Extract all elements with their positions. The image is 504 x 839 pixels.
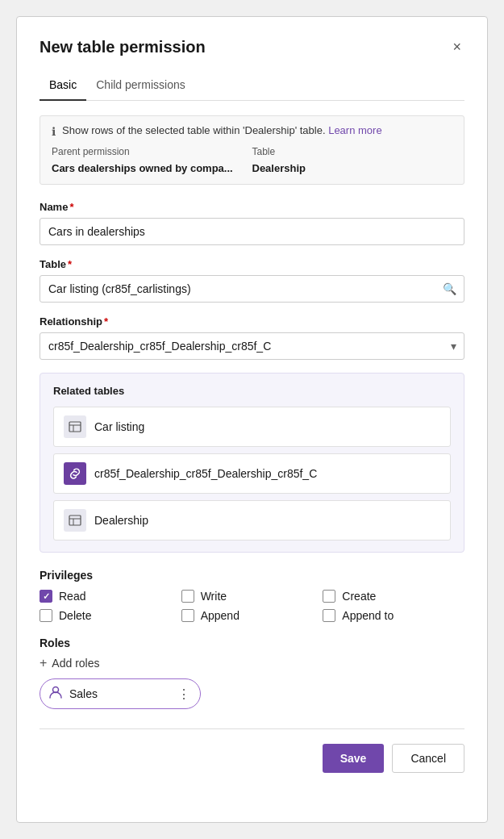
related-tables-box: Related tables Car listing cr85f_Dealers… — [40, 373, 464, 553]
table-field-group: Table* 🔍 — [40, 258, 464, 303]
table-icon-car-listing — [64, 415, 86, 438]
privileges-grid: Read Write Create Delete Append Append t… — [40, 590, 464, 622]
roles-title: Roles — [40, 637, 464, 649]
cancel-button[interactable]: Cancel — [392, 744, 464, 773]
svg-rect-0 — [69, 422, 81, 432]
tab-basic[interactable]: Basic — [40, 72, 86, 101]
checkbox-delete[interactable] — [40, 609, 52, 622]
related-item-label-relationship: cr85f_Dealership_cr85f_Dealership_cr85f_… — [94, 467, 317, 480]
privilege-label-delete: Delete — [59, 609, 91, 622]
related-item-label-dealership: Dealership — [94, 514, 148, 527]
privileges-section: Privileges Read Write Create Delete Appe… — [40, 569, 464, 622]
modal-header: New table permission × — [40, 36, 464, 57]
privilege-delete: Delete — [40, 609, 181, 622]
modal-title: New table permission — [40, 38, 206, 56]
related-item-car-listing: Car listing — [53, 407, 451, 447]
privilege-write: Write — [181, 590, 323, 603]
name-field-group: Name* — [40, 201, 464, 245]
checkbox-create[interactable] — [323, 590, 335, 603]
related-tables-title: Related tables — [53, 385, 451, 397]
roles-section: Roles + Add roles Sales ⋮ — [40, 637, 464, 709]
info-text: Show rows of the selected table within '… — [62, 124, 382, 136]
table-input-wrapper: 🔍 — [40, 275, 464, 303]
parent-permission-header: Parent permission — [52, 144, 252, 159]
name-input[interactable] — [40, 218, 464, 245]
privilege-append: Append — [181, 609, 323, 622]
table-value: Dealership — [252, 162, 453, 174]
relationship-select[interactable]: cr85f_Dealership_cr85f_Dealership_cr85f_… — [40, 332, 464, 360]
learn-more-link[interactable]: Learn more — [328, 124, 381, 136]
checkbox-append[interactable] — [181, 609, 194, 622]
privilege-read: Read — [40, 590, 181, 603]
role-tag-label: Sales — [69, 687, 98, 700]
privilege-label-append-to: Append to — [342, 609, 394, 622]
privilege-label-read: Read — [59, 590, 85, 603]
privilege-label-write: Write — [201, 590, 227, 603]
tab-child-permissions[interactable]: Child permissions — [86, 72, 194, 101]
checkbox-read[interactable] — [40, 590, 52, 603]
footer-buttons: Save Cancel — [40, 744, 464, 773]
link-icon-relationship — [64, 462, 86, 485]
privileges-title: Privileges — [40, 569, 464, 582]
privilege-create: Create — [323, 590, 464, 603]
role-tag-sales: Sales ⋮ — [40, 678, 201, 709]
save-button[interactable]: Save — [323, 744, 385, 773]
plus-icon: + — [40, 656, 47, 670]
modal-container: New table permission × Basic Child permi… — [16, 16, 488, 823]
name-label: Name* — [40, 201, 464, 213]
relationship-field-group: Relationship* cr85f_Dealership_cr85f_Dea… — [40, 315, 464, 360]
related-item-label-car-listing: Car listing — [94, 420, 144, 433]
info-box: ℹ Show rows of the selected table within… — [40, 115, 464, 185]
related-item-relationship: cr85f_Dealership_cr85f_Dealership_cr85f_… — [53, 453, 451, 494]
svg-rect-3 — [69, 516, 81, 525]
close-button[interactable]: × — [449, 36, 464, 57]
privilege-label-append: Append — [201, 609, 240, 622]
relationship-select-wrapper: cr85f_Dealership_cr85f_Dealership_cr85f_… — [40, 332, 464, 360]
checkbox-write[interactable] — [181, 590, 194, 603]
info-icon: ℹ — [52, 125, 56, 138]
table-label: Table* — [40, 258, 464, 270]
privilege-append-to: Append to — [323, 609, 464, 622]
privilege-label-create: Create — [342, 590, 376, 603]
add-roles-label: Add roles — [52, 657, 99, 670]
footer-divider — [40, 728, 464, 729]
person-icon — [48, 685, 63, 703]
add-roles-button[interactable]: + Add roles — [40, 656, 100, 670]
relationship-label: Relationship* — [40, 315, 464, 328]
table-header: Table — [252, 144, 453, 159]
table-input[interactable] — [40, 275, 464, 303]
info-row: ℹ Show rows of the selected table within… — [52, 124, 452, 138]
tabs-container: Basic Child permissions — [40, 72, 464, 101]
more-options-icon[interactable]: ⋮ — [177, 687, 190, 702]
checkbox-append-to[interactable] — [323, 609, 335, 622]
parent-permission-value: Cars dealerships owned by compa... — [52, 162, 252, 174]
info-table: Parent permission Table Cars dealerships… — [52, 144, 452, 174]
table-icon-dealership — [64, 509, 86, 532]
related-item-dealership: Dealership — [53, 500, 451, 541]
